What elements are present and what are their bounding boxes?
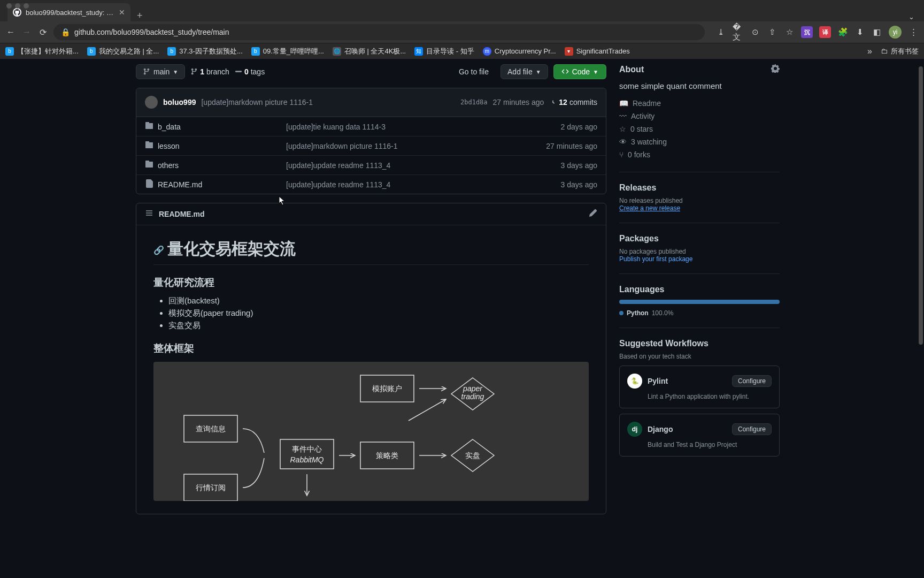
- workflow-desc: Lint a Python application with pylint.: [648, 393, 772, 400]
- anchor-icon[interactable]: 🔗: [153, 246, 164, 255]
- publish-package-link[interactable]: Publish your first package: [619, 255, 780, 263]
- bookmark-item[interactable]: b【张捷】针对外籍...: [5, 47, 79, 56]
- branch-selector[interactable]: main ▼: [136, 64, 185, 79]
- svg-text:RabbitMQ: RabbitMQ: [290, 455, 324, 464]
- bookmark-overflow-icon[interactable]: »: [867, 47, 872, 56]
- bookmark-item[interactable]: b我的交易之路 | 全...: [87, 47, 159, 56]
- svg-text:模拟账户: 模拟账户: [372, 384, 402, 393]
- svg-text:trading: trading: [461, 392, 484, 401]
- readme-link[interactable]: 📖Readme: [619, 97, 780, 110]
- file-name[interactable]: b_data: [158, 123, 286, 131]
- url-text: github.com/boluo999/backtest_study/tree/…: [74, 28, 229, 36]
- star-icon[interactable]: ☆: [784, 27, 795, 37]
- readme-h3: 量化研究流程: [153, 276, 589, 290]
- gear-icon[interactable]: [771, 64, 780, 75]
- tab-overflow-icon[interactable]: ⌄: [908, 13, 914, 21]
- eye-icon: 👁: [619, 138, 627, 146]
- svg-text:查询信息: 查询信息: [196, 424, 226, 433]
- bookmark-item[interactable]: b37.3-因子数据预处...: [167, 47, 242, 56]
- commit-author[interactable]: boluo999: [163, 98, 196, 107]
- file-commit-msg[interactable]: [update]update readme 1113_4: [286, 161, 561, 170]
- close-tab-icon[interactable]: ✕: [119, 8, 125, 17]
- file-time: 3 days ago: [561, 180, 598, 189]
- about-description: some simple quant comment: [619, 81, 780, 90]
- bookmarks-folder[interactable]: 🗀 所有书签: [881, 47, 919, 56]
- install-icon[interactable]: ⤓: [715, 27, 726, 37]
- file-row: b_data [update]tie kuang data 1114-3 2 d…: [136, 117, 606, 136]
- workflows-sub: Based on your tech stack: [619, 353, 780, 360]
- configure-button[interactable]: Configure: [732, 375, 772, 387]
- bookmark-item[interactable]: ▾SignificantTrades: [565, 47, 630, 56]
- file-time: 2 days ago: [561, 123, 598, 131]
- forks-link[interactable]: ⑂0 forks: [619, 148, 780, 161]
- downloads-icon[interactable]: ⬇: [854, 27, 865, 37]
- readme-list: 回测(backtest) 模拟交易(paper trading) 实盘交易: [153, 296, 589, 331]
- language-row[interactable]: Python 100.0%: [619, 309, 780, 317]
- sidepanel-icon[interactable]: ◧: [872, 27, 882, 37]
- file-name[interactable]: README.md: [158, 180, 286, 189]
- commit-avatar[interactable]: [145, 96, 158, 109]
- file-row: lesson [update]markdown picture 1116-1 2…: [136, 136, 606, 155]
- list-item: 模拟交易(paper trading): [168, 308, 589, 318]
- add-file-button[interactable]: Add file ▼: [500, 64, 548, 79]
- architecture-diagram: 模拟账户 paper trading 查询信息 事件中心 RabbitMQ: [153, 362, 589, 501]
- lock-icon: 🔒: [61, 28, 70, 36]
- language-dot: [619, 311, 623, 315]
- commit-message[interactable]: [update]markdown picture 1116-1: [201, 98, 313, 107]
- address-bar[interactable]: 🔒 github.com/boluo999/backtest_study/tre…: [53, 24, 705, 40]
- commit-sha[interactable]: 2bd1d8a: [460, 98, 488, 106]
- extensions-icon[interactable]: 🧩: [837, 27, 848, 37]
- book-icon: 📖: [619, 99, 628, 108]
- stars-link[interactable]: ☆0 stars: [619, 123, 780, 135]
- about-heading: About: [619, 65, 644, 74]
- extension-icon-1[interactable]: 沉: [801, 26, 813, 38]
- file-commit-msg[interactable]: [update]tie kuang data 1114-3: [286, 123, 561, 131]
- toc-icon[interactable]: [145, 209, 153, 219]
- go-to-file-button[interactable]: Go to file: [452, 65, 495, 79]
- packages-heading[interactable]: Packages: [619, 234, 780, 244]
- back-button[interactable]: ←: [5, 27, 16, 37]
- bookmark-item[interactable]: b09.常量_哔哩哔哩...: [251, 47, 324, 56]
- readme-box: README.md 🔗量化交易框架交流 量化研究流程 回测(backtest) …: [136, 203, 606, 514]
- readme-filename[interactable]: README.md: [159, 210, 205, 218]
- activity-link[interactable]: 〰Activity: [619, 110, 780, 123]
- releases-heading[interactable]: Releases: [619, 183, 780, 193]
- file-row: others [update]update readme 1113_4 3 da…: [136, 155, 606, 174]
- file-time: 3 days ago: [561, 161, 598, 170]
- folder-icon: [145, 121, 158, 132]
- readme-h1: 🔗量化交易框架交流: [153, 238, 589, 265]
- file-icon: [145, 179, 158, 189]
- language-bar: [619, 300, 780, 304]
- extension-icon-2[interactable]: 译: [819, 26, 831, 38]
- file-commit-msg[interactable]: [update]update readme 1113_4: [286, 180, 561, 189]
- create-release-link[interactable]: Create a new release: [619, 204, 780, 212]
- configure-button[interactable]: Configure: [732, 423, 772, 435]
- new-tab-button[interactable]: +: [130, 10, 149, 21]
- file-name[interactable]: lesson: [158, 142, 286, 150]
- branches-link[interactable]: 1 branch: [190, 67, 229, 76]
- tab-title: boluo999/backtest_study: so…: [26, 9, 114, 17]
- bookmarks-bar: b【张捷】针对外籍... b我的交易之路 | 全... b37.3-因子数据预处…: [0, 43, 924, 59]
- scrollbar-track[interactable]: [917, 59, 924, 578]
- reload-button[interactable]: ⟳: [37, 27, 48, 37]
- svg-text:paper: paper: [463, 384, 483, 393]
- file-name[interactable]: others: [158, 161, 286, 170]
- code-button[interactable]: Code ▼: [553, 64, 606, 79]
- tags-link[interactable]: 0 tags: [235, 67, 265, 76]
- folder-icon: 🗀: [881, 47, 888, 55]
- edit-readme-icon[interactable]: [589, 209, 597, 219]
- watching-link[interactable]: 👁3 watching: [619, 135, 780, 148]
- list-item: 实盘交易: [168, 321, 589, 331]
- search-icon[interactable]: ⊙: [750, 27, 760, 37]
- share-icon[interactable]: ⇧: [767, 27, 777, 37]
- commits-link[interactable]: 12 commits: [549, 98, 597, 107]
- scrollbar-thumb[interactable]: [919, 66, 923, 345]
- bookmark-item[interactable]: 知目录导读 - 知乎: [414, 47, 474, 56]
- translate-icon[interactable]: �文: [733, 27, 743, 37]
- forward-button[interactable]: →: [21, 27, 32, 37]
- bookmark-item[interactable]: 🌐召唤师 | 全天4K极...: [333, 47, 406, 56]
- menu-icon[interactable]: ⋮: [908, 27, 919, 37]
- file-commit-msg[interactable]: [update]markdown picture 1116-1: [286, 142, 546, 150]
- bookmark-item[interactable]: mCryptocurrency Pr...: [483, 47, 556, 56]
- profile-avatar[interactable]: yi: [889, 26, 902, 39]
